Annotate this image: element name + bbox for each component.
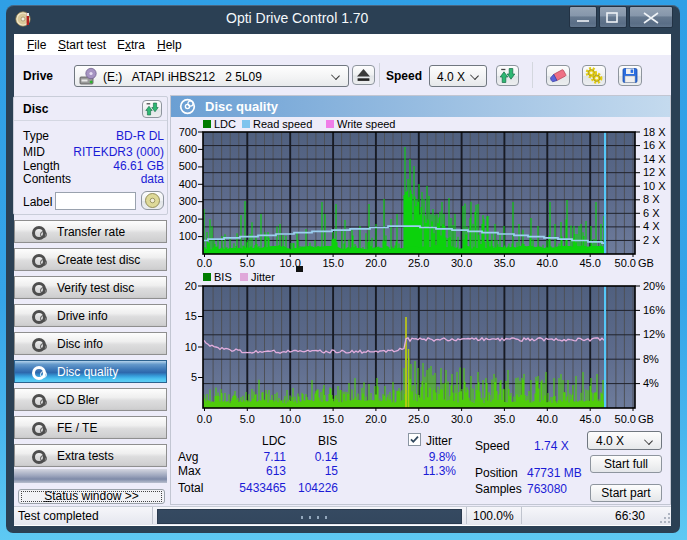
svg-text:300: 300 (179, 195, 197, 207)
svg-text:GB: GB (638, 257, 654, 269)
svg-text:GB: GB (638, 413, 654, 425)
svg-text:Write speed: Write speed (337, 118, 396, 130)
svg-text:8%: 8% (643, 353, 659, 365)
svg-text:40.0: 40.0 (537, 413, 558, 425)
svg-text:35.0: 35.0 (494, 257, 515, 269)
svg-text:35.0: 35.0 (494, 413, 515, 425)
svg-text:20.0: 20.0 (365, 413, 386, 425)
svg-text:12 X: 12 X (643, 166, 666, 178)
svg-text:45.0: 45.0 (579, 257, 600, 269)
svg-text:45.0: 45.0 (579, 413, 600, 425)
svg-text:15.0: 15.0 (322, 257, 343, 269)
svg-text:14 X: 14 X (643, 153, 666, 165)
svg-text:10: 10 (185, 341, 197, 353)
svg-text:5: 5 (191, 371, 197, 383)
svg-text:5.0: 5.0 (240, 413, 255, 425)
svg-text:500: 500 (179, 160, 197, 172)
svg-text:25.0: 25.0 (408, 413, 429, 425)
svg-text:600: 600 (179, 143, 197, 155)
svg-text:4 X: 4 X (643, 220, 660, 232)
svg-text:8 X: 8 X (643, 193, 660, 205)
svg-text:BIS: BIS (214, 271, 232, 283)
svg-text:25.0: 25.0 (408, 257, 429, 269)
svg-text:30.0: 30.0 (451, 257, 472, 269)
svg-text:100: 100 (179, 230, 197, 242)
svg-text:0.0: 0.0 (197, 413, 212, 425)
svg-text:18 X: 18 X (643, 126, 666, 138)
svg-text:20.0: 20.0 (365, 257, 386, 269)
svg-text:LDC: LDC (214, 118, 236, 130)
svg-text:50.0: 50.0 (615, 413, 636, 425)
svg-text:Jitter: Jitter (251, 271, 275, 283)
svg-text:30.0: 30.0 (451, 413, 472, 425)
svg-text:10 X: 10 X (643, 180, 666, 192)
svg-text:700: 700 (179, 126, 197, 138)
svg-text:400: 400 (179, 178, 197, 190)
svg-text:40.0: 40.0 (537, 257, 558, 269)
svg-text:2 X: 2 X (643, 234, 660, 246)
svg-text:12%: 12% (643, 328, 665, 340)
svg-text:15.0: 15.0 (322, 413, 343, 425)
svg-text:6 X: 6 X (643, 207, 660, 219)
svg-text:0.0: 0.0 (197, 257, 212, 269)
svg-text:10.0: 10.0 (279, 413, 300, 425)
svg-text:20: 20 (185, 280, 197, 292)
svg-text:15: 15 (185, 310, 197, 322)
svg-text:16 X: 16 X (643, 139, 666, 151)
svg-text:5.0: 5.0 (240, 257, 255, 269)
svg-text:Read speed: Read speed (253, 118, 312, 130)
svg-text:16%: 16% (643, 304, 665, 316)
svg-text:50.0: 50.0 (615, 257, 636, 269)
svg-text:200: 200 (179, 213, 197, 225)
svg-text:4%: 4% (643, 377, 659, 389)
svg-text:20%: 20% (643, 280, 665, 292)
